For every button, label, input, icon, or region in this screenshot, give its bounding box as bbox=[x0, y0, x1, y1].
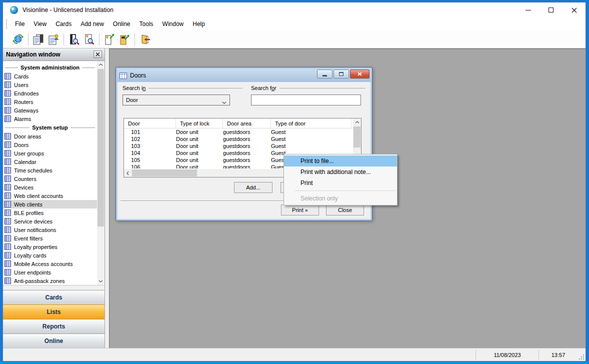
sidebar-item-user-notifications[interactable]: User notifications bbox=[3, 226, 97, 234]
scroll-up-icon[interactable] bbox=[97, 61, 104, 68]
add-button[interactable]: Add... bbox=[234, 182, 272, 193]
card-user-button[interactable] bbox=[46, 32, 61, 46]
sidebar-item-mobile-access-accounts[interactable]: Mobile Access accounts bbox=[3, 260, 97, 268]
sidebar-item-doors[interactable]: Doors bbox=[3, 140, 97, 149]
doors-dialog-titlebar[interactable]: Doors bbox=[118, 69, 370, 82]
minimize-icon bbox=[526, 10, 531, 10]
toolbar bbox=[3, 30, 586, 48]
nav-tab-reports[interactable]: Reports bbox=[3, 319, 104, 334]
sidebar-item-gateways[interactable]: Gateways bbox=[3, 106, 97, 114]
scroll-down-icon[interactable] bbox=[97, 278, 104, 285]
column-header-door-area[interactable]: Door area bbox=[223, 118, 271, 128]
nav-tab-lists[interactable]: Lists bbox=[3, 304, 104, 319]
mdi-workspace: Doors Search in bbox=[109, 48, 586, 348]
table-icon bbox=[4, 133, 11, 140]
exit-door-button[interactable] bbox=[138, 32, 152, 46]
column-header-door[interactable]: Door bbox=[124, 118, 176, 128]
menu-item-cards[interactable]: Cards bbox=[51, 18, 76, 30]
sidebar-item-web-clients[interactable]: Web clients bbox=[3, 200, 97, 208]
door-checkout-button[interactable] bbox=[102, 32, 117, 46]
navigation-close-button[interactable] bbox=[94, 50, 102, 58]
search-for-input[interactable] bbox=[251, 94, 361, 106]
menu-item-file[interactable]: File bbox=[10, 18, 29, 30]
sidebar-item-user-endpoints[interactable]: User endpoints bbox=[3, 268, 97, 276]
sidebar-item-loyalty-properties[interactable]: Loyalty properties bbox=[3, 242, 97, 251]
menu-item-window[interactable]: Window bbox=[158, 18, 188, 30]
table-row[interactable]: 102Door unitguestdoorsGuest bbox=[124, 136, 361, 142]
status-time: 13:57 bbox=[538, 350, 578, 360]
navigation-panel: Navigation window System administrationC… bbox=[3, 48, 105, 348]
table-row[interactable]: 101Door unitguestdoorsGuest bbox=[124, 128, 361, 136]
card-copy-button[interactable] bbox=[31, 32, 46, 46]
sidebar-item-time-schedules[interactable]: Time schedules bbox=[3, 166, 97, 174]
sidebar-item-ble-profiles[interactable]: BLE profiles bbox=[3, 208, 97, 217]
column-header-type-of-lock[interactable]: Type of lock bbox=[176, 118, 223, 128]
sidebar-item-devices[interactable]: Devices bbox=[3, 183, 97, 192]
context-menu-item-print[interactable]: Print bbox=[284, 178, 397, 188]
exit-door-icon bbox=[139, 34, 151, 46]
toolbar-separator bbox=[28, 34, 28, 46]
context-menu-item-print-with-additional-note[interactable]: Print with additional note... bbox=[284, 166, 397, 178]
navigation-scrollbar[interactable] bbox=[97, 61, 104, 285]
close-button[interactable] bbox=[562, 2, 586, 18]
scroll-up-icon[interactable] bbox=[353, 118, 361, 126]
table-icon bbox=[4, 252, 11, 258]
nav-tab-cards[interactable]: Cards bbox=[3, 290, 104, 304]
sidebar-item-loyalty-cards[interactable]: Loyalty cards bbox=[3, 251, 97, 260]
maximize-button[interactable] bbox=[540, 2, 562, 18]
dialog-close-action-button[interactable]: Close bbox=[326, 204, 364, 216]
sidebar-item-event-filters[interactable]: Event filters bbox=[3, 234, 97, 242]
sidebar-item-users[interactable]: Users bbox=[3, 80, 97, 89]
sidebar-item-cards[interactable]: Cards bbox=[3, 72, 97, 80]
visionline-window: Visionline - Unlicensed Installation Fil… bbox=[2, 2, 586, 362]
sidebar-item-calendar[interactable]: Calendar bbox=[3, 158, 97, 166]
column-header-type-of-door[interactable]: Type of door bbox=[271, 118, 352, 128]
scrollbar-thumb[interactable] bbox=[98, 69, 104, 226]
menu-separator bbox=[295, 190, 396, 191]
table-row[interactable]: 103Door unitguestdoorsGuest bbox=[124, 142, 361, 150]
menu-item-help[interactable]: Help bbox=[188, 18, 210, 30]
table-icon bbox=[4, 235, 11, 242]
globe-sync-button[interactable] bbox=[10, 32, 26, 46]
sidebar-item-service-devices[interactable]: Service devices bbox=[3, 217, 97, 226]
sidebar-item-routers[interactable]: Routers bbox=[3, 98, 97, 106]
sidebar-item-anti-passback-zones[interactable]: Anti-passback zones bbox=[3, 276, 97, 285]
toolbar-separator bbox=[64, 34, 64, 46]
card-checkout-button[interactable] bbox=[117, 32, 132, 46]
menubar-gripper[interactable] bbox=[6, 20, 8, 28]
resize-grip[interactable] bbox=[578, 348, 586, 361]
document-search-button[interactable] bbox=[82, 32, 96, 46]
scroll-left-icon[interactable] bbox=[124, 169, 132, 177]
sidebar-item-door-areas[interactable]: Door areas bbox=[3, 132, 97, 140]
search-in-dropdown[interactable]: Door bbox=[122, 94, 230, 106]
minimize-button[interactable] bbox=[516, 2, 540, 18]
scrollbar-thumb[interactable] bbox=[354, 126, 360, 148]
minimize-icon bbox=[322, 75, 327, 76]
dialog-close-button[interactable] bbox=[350, 70, 370, 78]
table-icon bbox=[4, 90, 11, 96]
context-menu-item-print-to-file[interactable]: Print to file... bbox=[284, 156, 397, 166]
door-search-button[interactable] bbox=[66, 32, 82, 46]
dialog-minimize-button[interactable] bbox=[317, 70, 332, 78]
menu-item-add-new[interactable]: Add new bbox=[76, 18, 108, 30]
close-icon bbox=[358, 72, 362, 76]
table-icon bbox=[4, 192, 11, 199]
table-icon bbox=[4, 142, 11, 148]
menu-item-online[interactable]: Online bbox=[108, 18, 135, 30]
sidebar-item-user-groups[interactable]: User groups bbox=[3, 149, 97, 158]
table-icon bbox=[4, 278, 11, 284]
visionline-logo-icon bbox=[10, 6, 18, 14]
dialog-maximize-button[interactable] bbox=[334, 70, 349, 78]
sidebar-item-web-client-accounts[interactable]: Web client accounts bbox=[3, 192, 97, 200]
menu-item-view[interactable]: View bbox=[29, 18, 51, 30]
sidebar-item-alarms[interactable]: Alarms bbox=[3, 114, 97, 123]
scrollbar-thumb[interactable] bbox=[132, 170, 197, 176]
doors-dialog-title: Doors bbox=[130, 72, 146, 79]
sidebar-item-endnodes[interactable]: Endnodes bbox=[3, 89, 97, 98]
nav-tab-online[interactable]: Online bbox=[3, 334, 104, 348]
print-button[interactable]: Print » bbox=[281, 204, 319, 216]
menu-item-tools[interactable]: Tools bbox=[135, 18, 158, 30]
table-icon bbox=[4, 150, 11, 156]
sidebar-item-counters[interactable]: Counters bbox=[3, 174, 97, 183]
table-header-row: DoorType of lockDoor areaType of door bbox=[124, 118, 361, 128]
